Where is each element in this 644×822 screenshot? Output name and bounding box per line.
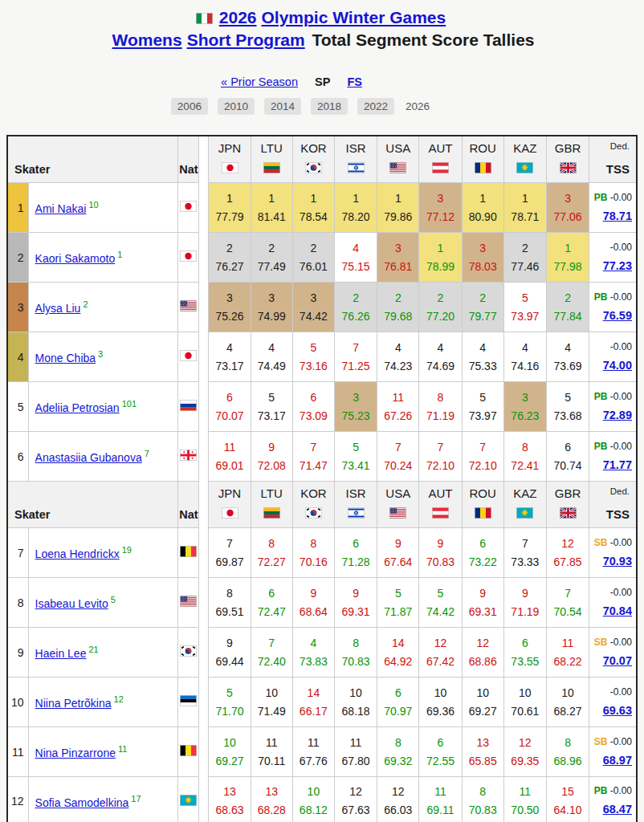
nat-cell bbox=[178, 777, 199, 822]
skater-superscript[interactable]: 101 bbox=[122, 399, 137, 409]
womens-link[interactable]: Womens bbox=[112, 31, 182, 49]
nat-cell bbox=[178, 578, 199, 628]
score-cell-rou: 1069.27 bbox=[462, 678, 503, 727]
score-cell-kor: 473.83 bbox=[292, 628, 334, 678]
year-2022-button[interactable]: 2022 bbox=[357, 98, 394, 115]
skater-link[interactable]: Niina Petrõkina bbox=[35, 697, 112, 710]
short-program-link[interactable]: Short Program bbox=[187, 31, 305, 49]
spacer-column bbox=[199, 233, 209, 283]
skater-superscript[interactable]: 5 bbox=[111, 595, 116, 604]
score-cell-kaz: 1269.35 bbox=[503, 727, 546, 777]
year-2018-button[interactable]: 2018 bbox=[311, 98, 348, 115]
score-cell-kor: 178.54 bbox=[292, 183, 334, 233]
skater-link[interactable]: Anastasiia Gubanova bbox=[35, 451, 142, 464]
title-static-text: Total Segment Score Tallies bbox=[312, 31, 535, 49]
year-2014-button[interactable]: 2014 bbox=[264, 98, 301, 115]
skater-cell: Adeliia Petrosian101 bbox=[28, 382, 178, 432]
score-cell-kor: 1167.76 bbox=[292, 727, 334, 777]
tss-link[interactable]: 77.23 bbox=[603, 259, 632, 272]
spacer-column bbox=[199, 136, 209, 183]
flag-isr-icon bbox=[348, 507, 365, 519]
score-cell-kor: 276.01 bbox=[292, 233, 334, 283]
skater-link[interactable]: Sofia Samodelkina bbox=[35, 796, 129, 809]
skater-row: 8Isabeau Levito5869.51672.47968.64969.31… bbox=[7, 578, 637, 628]
skater-superscript[interactable]: 10 bbox=[88, 200, 98, 210]
score-cell-kor: 673.09 bbox=[292, 382, 334, 432]
score-cell-kaz: 872.41 bbox=[503, 432, 546, 482]
deduction-value: -0.00 bbox=[610, 686, 632, 698]
skater-link[interactable]: Kaori Sakamoto bbox=[35, 252, 116, 265]
score-cell-isr: 276.26 bbox=[334, 283, 377, 332]
skater-link[interactable]: Mone Chiba bbox=[35, 352, 96, 364]
tss-link[interactable]: 76.59 bbox=[603, 309, 632, 322]
skater-link[interactable]: Haein Lee bbox=[35, 647, 87, 660]
year-2010-button[interactable]: 2010 bbox=[218, 98, 255, 115]
ded-tss-cell: SB -0.0068.97 bbox=[589, 727, 637, 777]
score-cell-usa: 1464.92 bbox=[377, 628, 419, 678]
skater-link[interactable]: Ami Nakai bbox=[35, 202, 87, 215]
skater-row: 10Niina Petrõkina12571.701071.491466.171… bbox=[7, 678, 637, 727]
score-cell-isr: 375.23 bbox=[334, 382, 377, 432]
skater-superscript[interactable]: 17 bbox=[131, 794, 141, 804]
score-cell-gbr: 473.69 bbox=[546, 332, 589, 382]
deduction-value: -0.00 bbox=[610, 341, 632, 352]
skater-superscript[interactable]: 11 bbox=[118, 744, 127, 754]
skater-cell: Ami Nakai10 bbox=[28, 183, 178, 233]
place-cell: 6 bbox=[7, 432, 28, 482]
tss-link[interactable]: 71.77 bbox=[603, 458, 632, 471]
country-column-header-isr: ISR bbox=[334, 482, 377, 528]
fs-link[interactable]: FS bbox=[347, 75, 362, 88]
year-2026-current: 2026 bbox=[404, 98, 431, 115]
score-cell-jpn: 1069.27 bbox=[209, 727, 251, 777]
olympic-winter-games-link[interactable]: Olympic Winter Games bbox=[262, 8, 446, 26]
score-cell-kor: 1466.17 bbox=[292, 678, 334, 727]
place-cell: 2 bbox=[7, 233, 28, 283]
tss-link[interactable]: 68.47 bbox=[603, 803, 632, 816]
skater-link[interactable]: Alysa Liu bbox=[35, 302, 81, 315]
skater-superscript[interactable]: 19 bbox=[122, 545, 132, 555]
skater-cell: Haein Lee21 bbox=[28, 628, 178, 678]
score-cell-aut: 672.55 bbox=[419, 727, 462, 777]
skater-superscript[interactable]: 7 bbox=[145, 449, 149, 458]
tss-link[interactable]: 68.97 bbox=[603, 754, 632, 767]
tss-link[interactable]: 70.84 bbox=[603, 604, 632, 617]
skater-cell: Kaori Sakamoto1 bbox=[28, 233, 178, 283]
skater-superscript[interactable]: 2 bbox=[83, 299, 88, 309]
skater-link[interactable]: Isabeau Levito bbox=[35, 597, 108, 610]
tss-link[interactable]: 74.00 bbox=[603, 359, 632, 372]
tss-link[interactable]: 70.07 bbox=[603, 654, 632, 667]
year-2006-button[interactable]: 2006 bbox=[171, 98, 208, 115]
spacer-column bbox=[199, 777, 209, 822]
score-cell-aut: 377.12 bbox=[419, 183, 462, 233]
skater-link[interactable]: Loena Hendrickx bbox=[35, 547, 120, 560]
tss-link[interactable]: 78.71 bbox=[603, 210, 632, 222]
ded-header-label: Ded. bbox=[610, 141, 630, 151]
tss-link[interactable]: 70.93 bbox=[603, 555, 632, 568]
prior-season-link[interactable]: « Prior Season bbox=[221, 75, 298, 88]
deduction-value: -0.00 bbox=[610, 242, 632, 253]
skater-link[interactable]: Nina Pinzarrone bbox=[35, 747, 116, 759]
title-line-2: WomensShort Program Total Segment Score … bbox=[0, 29, 644, 51]
country-column-header-ltu: LTU bbox=[251, 136, 292, 183]
skater-row: 11Nina Pinzarrone111069.271170.111167.76… bbox=[7, 727, 637, 777]
skater-superscript[interactable]: 3 bbox=[98, 349, 103, 359]
tss-link[interactable]: 69.63 bbox=[603, 704, 632, 717]
year-2026-link[interactable]: 2026 bbox=[219, 8, 257, 26]
pb-badge: PB bbox=[594, 192, 608, 203]
skater-row: 12Sofia Samodelkina171368.631368.281068.… bbox=[7, 777, 637, 822]
flag-isr-icon bbox=[348, 162, 365, 173]
score-cell-kor: 374.42 bbox=[292, 283, 334, 332]
skater-link[interactable]: Adeliia Petrosian bbox=[35, 401, 120, 414]
flag-jpn-icon bbox=[222, 507, 238, 519]
score-cell-rou: 772.10 bbox=[462, 432, 503, 482]
skater-superscript[interactable]: 1 bbox=[117, 250, 122, 259]
skater-superscript[interactable]: 12 bbox=[114, 694, 124, 704]
score-cell-rou: 180.90 bbox=[462, 183, 503, 233]
tss-link[interactable]: 72.89 bbox=[603, 409, 632, 421]
skater-superscript[interactable]: 21 bbox=[88, 645, 98, 654]
flag-jpn-icon bbox=[180, 250, 197, 262]
score-cell-ltu: 672.47 bbox=[251, 578, 292, 628]
nat-column-header: Nat bbox=[178, 482, 199, 528]
nat-cell bbox=[178, 628, 199, 678]
flag-kaz-icon bbox=[516, 162, 533, 173]
